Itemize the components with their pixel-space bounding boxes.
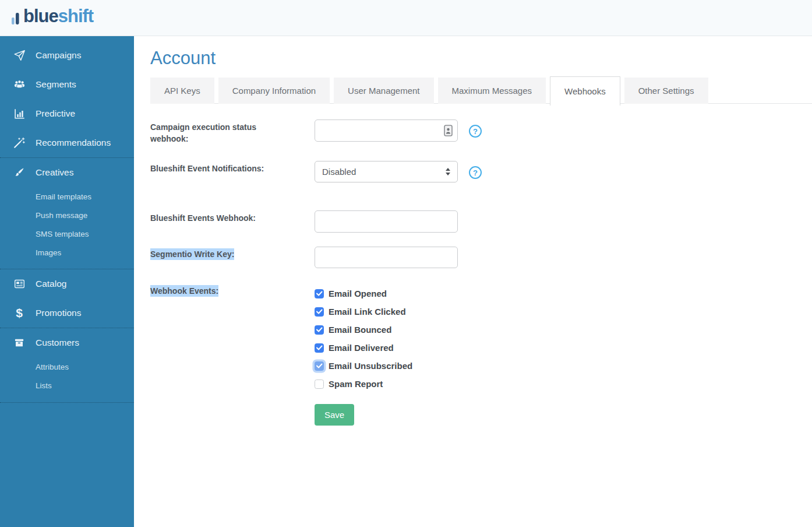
blueshift-logo[interactable]: blueshift bbox=[12, 8, 93, 25]
dollar-sign-icon: $ bbox=[12, 307, 27, 319]
sidebar-item-label: Promotions bbox=[36, 308, 81, 318]
checkbox[interactable] bbox=[315, 325, 324, 335]
webhook-event-email-delivered[interactable]: Email Delivered bbox=[315, 339, 412, 357]
events-webhook-input[interactable] bbox=[315, 210, 458, 233]
magic-wand-icon bbox=[12, 136, 27, 149]
checkbox[interactable] bbox=[315, 380, 324, 389]
main-content: Account API Keys Company Information Use… bbox=[134, 36, 812, 527]
sidebar-item-label: Catalog bbox=[36, 279, 66, 289]
archive-box-icon bbox=[12, 337, 27, 349]
autofill-contact-icon[interactable] bbox=[444, 125, 453, 136]
webhook-events-row: Webhook Events: Email Opened Email Link … bbox=[150, 284, 812, 393]
paintbrush-icon bbox=[12, 167, 27, 178]
sidebar-item-label: Recommendations bbox=[36, 138, 111, 148]
webhook-event-spam-report[interactable]: Spam Report bbox=[315, 375, 412, 393]
tab-user-management[interactable]: User Management bbox=[334, 78, 433, 104]
checkbox[interactable] bbox=[315, 361, 324, 371]
sidebar-item-promotions[interactable]: $ Promotions bbox=[0, 298, 134, 328]
tab-api-keys[interactable]: API Keys bbox=[150, 78, 214, 104]
webhook-event-email-bounced[interactable]: Email Bounced bbox=[315, 321, 412, 339]
sidebar-item-lists[interactable]: Lists bbox=[0, 376, 134, 395]
tab-other-settings[interactable]: Other Settings bbox=[624, 78, 708, 104]
help-icon[interactable]: ? bbox=[469, 125, 482, 138]
sidebar-item-recommendations[interactable]: Recommendations bbox=[0, 128, 134, 157]
sidebar-item-email-templates[interactable]: Email templates bbox=[0, 187, 134, 206]
newspaper-icon bbox=[12, 277, 27, 290]
sidebar-item-sms-templates[interactable]: SMS templates bbox=[0, 224, 134, 243]
webhook-event-email-opened[interactable]: Email Opened bbox=[315, 284, 412, 303]
save-button[interactable]: Save bbox=[315, 404, 354, 426]
sidebar-item-creatives[interactable]: Creatives bbox=[0, 158, 134, 187]
checkbox[interactable] bbox=[315, 343, 324, 353]
sidebar-nav: Campaigns Segments Predictive Recommenda… bbox=[0, 36, 134, 527]
checkbox[interactable] bbox=[315, 307, 324, 317]
sidebar-item-label: Campaigns bbox=[36, 50, 81, 61]
campaign-webhook-label: Campaign execution status webhook: bbox=[150, 120, 315, 145]
tab-company-information[interactable]: Company Information bbox=[218, 78, 330, 104]
page-title: Account bbox=[150, 48, 812, 69]
events-webhook-label: Blueshift Events Webhook: bbox=[150, 210, 315, 224]
sidebar-item-label: Customers bbox=[36, 338, 79, 348]
segmentio-key-label: Segmentio Write Key: bbox=[150, 247, 315, 260]
tab-webhooks[interactable]: Webhooks bbox=[550, 76, 620, 106]
logo-bars-icon bbox=[12, 8, 22, 25]
bar-chart-icon bbox=[12, 107, 27, 120]
sidebar-divider bbox=[0, 402, 134, 403]
sidebar-item-label: Predictive bbox=[36, 108, 75, 119]
app-window: blueshift Campaigns Segments Predictive bbox=[0, 0, 812, 527]
sidebar-item-images[interactable]: Images bbox=[0, 243, 134, 262]
webhook-events-label: Webhook Events: bbox=[150, 284, 315, 297]
sidebar-item-customers[interactable]: Customers bbox=[0, 328, 134, 357]
logo-text: blueshift bbox=[23, 8, 93, 25]
tab-bar: API Keys Company Information User Manage… bbox=[150, 78, 812, 104]
sidebar-item-segments[interactable]: Segments bbox=[0, 70, 134, 99]
events-webhook-row: Blueshift Events Webhook: bbox=[150, 210, 812, 233]
sidebar-item-attributes[interactable]: Attributes bbox=[0, 357, 134, 376]
webhook-event-email-unsubscribed[interactable]: Email Unsubscribed bbox=[315, 357, 412, 375]
sidebar-item-push-message[interactable]: Push message bbox=[0, 206, 134, 224]
segmentio-key-row: Segmentio Write Key: bbox=[150, 247, 812, 268]
users-icon bbox=[12, 78, 27, 91]
tab-maximum-messages[interactable]: Maximum Messages bbox=[438, 78, 546, 104]
campaign-webhook-input[interactable] bbox=[315, 120, 458, 142]
save-row: Save bbox=[150, 404, 812, 426]
webhook-event-email-link-clicked[interactable]: Email Link Clicked bbox=[315, 303, 412, 321]
sidebar-item-label: Creatives bbox=[36, 167, 73, 178]
paper-plane-icon bbox=[12, 49, 27, 62]
sidebar-item-catalog[interactable]: Catalog bbox=[0, 269, 134, 298]
event-notifications-row: Blueshift Event Notifications: Disabled … bbox=[150, 161, 812, 182]
top-header: blueshift bbox=[0, 0, 812, 36]
checkbox[interactable] bbox=[315, 289, 324, 298]
sidebar-item-predictive[interactable]: Predictive bbox=[0, 99, 134, 128]
event-notifications-select[interactable]: Disabled bbox=[315, 161, 458, 182]
segmentio-key-input[interactable] bbox=[315, 247, 458, 268]
sidebar-item-campaigns[interactable]: Campaigns bbox=[0, 41, 134, 70]
event-notifications-label: Blueshift Event Notifications: bbox=[150, 161, 315, 174]
sidebar-item-label: Segments bbox=[36, 79, 76, 90]
campaign-webhook-row: Campaign execution status webhook: ? bbox=[150, 120, 812, 145]
help-icon[interactable]: ? bbox=[469, 166, 482, 179]
select-arrows-icon bbox=[446, 168, 450, 175]
